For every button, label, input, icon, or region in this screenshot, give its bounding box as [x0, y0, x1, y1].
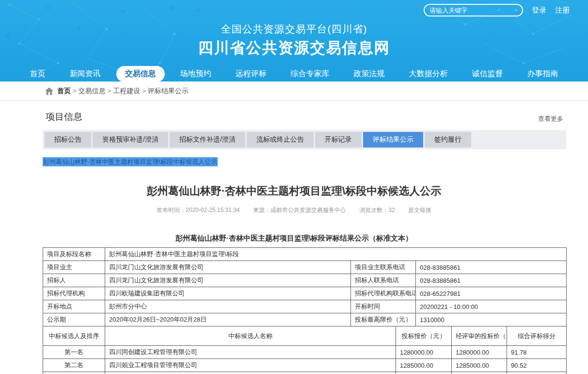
table-row: 招标人 四川龙门山文化旅游发展有限公司 招标人联系电话 028-83885861 — [43, 274, 567, 287]
page-title: 项目信息 — [46, 111, 82, 123]
row-label2: 开标时间 — [351, 300, 416, 313]
breadcrumb-home[interactable]: 首页 — [57, 87, 71, 96]
row-value: 四川龙门山文化旅游发展有限公司 — [105, 261, 351, 274]
table-row: 项目及标段名称 彭州葛仙山林野·杏林中医主题村项目监理\标段 — [43, 248, 567, 261]
table-row: 开标地点 彭州市分中心 开标时间 20200221 - 10:00:00 — [43, 300, 567, 313]
nav-item-integrity[interactable]: 诚信监督 — [463, 66, 512, 81]
publish-time: 发布时间：2020-02-25 15:31:34 — [157, 207, 239, 213]
tab-bid-opening-record[interactable]: 开标记录 — [315, 132, 362, 147]
main-nav: 首页 新闻资讯 交易信息 场地预约 远程评标 综合专家库 政策法规 大数据分析 … — [0, 66, 588, 81]
search-icon[interactable] — [515, 6, 517, 15]
table-row: 公示期 2020年02月26日~2020年02月28日 投标最高限价（元） 13… — [43, 313, 567, 326]
tab-bid-document-addendum[interactable]: 招标文件补遗/澄清 — [170, 132, 245, 147]
nav-item-home[interactable]: 首页 — [21, 66, 54, 81]
breadcrumb-separator: > — [73, 87, 77, 95]
candidate-bid: 1285000.00 — [396, 359, 452, 372]
row-label: 项目业主 — [43, 261, 105, 274]
login-link[interactable]: 登录 — [532, 6, 546, 15]
original-link[interactable]: 原文链接 — [408, 207, 431, 213]
candidate-reviewed-bid: 1285000.00 — [452, 359, 507, 372]
article-title: 彭州葛仙山林野·杏林中医主题村项目监理\标段中标候选人公示 — [0, 184, 588, 198]
row-value: 四川龙门山文化旅游发展有限公司 — [105, 274, 351, 287]
tab-failed-or-terminated[interactable]: 流标或终止公告 — [247, 132, 314, 147]
nav-item-news[interactable]: 新闻资讯 — [61, 66, 110, 81]
breadcrumb-separator: > — [142, 87, 146, 95]
table-row: 招标代理机构 四川欧瑞建设集团有限公司 招标代理机构联系电话 028-65227… — [43, 287, 567, 300]
row-label2: 招标人联系电话 — [351, 274, 416, 287]
view-more-link[interactable]: 查看更多 — [538, 114, 563, 123]
search-input[interactable] — [429, 7, 515, 14]
candidate-rank: 第三名 — [43, 372, 105, 374]
row-label2: 项目业主联系电话 — [351, 261, 416, 274]
nav-item-trade-info[interactable]: 交易信息 — [116, 66, 165, 81]
candidate-header-row: 中标候选人及排序 中标候选人名称 投标报价（元） 经评审的投标价（元） 综合评标… — [43, 326, 567, 346]
search-box[interactable] — [424, 4, 523, 16]
row-value2: 1310000 — [416, 313, 567, 326]
row-label: 公示期 — [43, 313, 105, 326]
announcement-list: 彭州葛仙山林野·杏林中医主题村项目监理\标段中标候选人公示 — [43, 157, 566, 166]
candidate-bid: 1280000.00 — [396, 346, 452, 359]
candidate-rank: 第二名 — [43, 359, 105, 372]
view-count: 浏览次数：32 — [359, 207, 395, 213]
site-title: 四川省公共资源交易信息网 — [0, 38, 588, 58]
project-tabs: 招标公告 资格预审补遗/澄清 招标文件补遗/澄清 流标或终止公告 开标记录 评标… — [43, 130, 566, 149]
candidate-name: 四川兢业工程项目管理有限公司 — [105, 359, 396, 372]
breadcrumb: 首页 > 交易信息 > 工程建设 > 评标结果公示 — [0, 81, 588, 101]
content-area: 项目信息 查看更多 招标公告 资格预审补遗/澄清 招标文件补遗/澄清 流标或终止… — [43, 101, 566, 166]
row-value: 彭州市分中心 — [105, 300, 351, 313]
table-row: 项目业主 四川龙门山文化旅游发展有限公司 项目业主联系电话 028-838858… — [43, 261, 567, 274]
row-label: 开标地点 — [43, 300, 105, 313]
breadcrumb-trade-info[interactable]: 交易信息 — [79, 87, 106, 96]
row-value2: 028-83885861 — [416, 274, 567, 287]
row-value: 彭州葛仙山林野·杏林中医主题村项目监理\标段 — [105, 248, 567, 261]
candidate-name: 四川同创建设工程管理有限公司 — [105, 346, 396, 359]
row-value2: 028-83885861 — [416, 261, 567, 274]
nav-item-policy[interactable]: 政策法规 — [345, 66, 394, 81]
project-section-head: 项目信息 查看更多 — [43, 101, 566, 130]
nav-item-service-guide[interactable]: 办事指南 — [519, 66, 567, 81]
col-header-rank: 中标候选人及排序 — [43, 326, 105, 346]
col-header-bid: 投标报价（元） — [396, 326, 452, 346]
row-value2: 028-65227981 — [416, 287, 567, 300]
breadcrumb-engineering[interactable]: 工程建设 — [113, 87, 140, 96]
tab-contract-performance[interactable]: 签约履行 — [425, 132, 471, 147]
row-value: 四川欧瑞建设集团有限公司 — [105, 287, 351, 300]
source: 来源：成都市公共资源交易服务中心 — [253, 207, 346, 213]
row-label: 项目及标段名称 — [43, 248, 105, 261]
result-table-wrap: 项目及标段名称 彭州葛仙山林野·杏林中医主题村项目监理\标段 项目业主 四川龙门… — [43, 247, 566, 374]
candidate-reviewed-bid: 1215025.00 — [452, 372, 507, 374]
row-label2: 投标最高限价（元） — [351, 313, 416, 326]
row-label: 招标代理机构 — [43, 287, 105, 300]
col-header-reviewed-bid: 经评审的投标价（元） — [452, 326, 507, 346]
row-value: 2020年02月26日~2020年02月28日 — [105, 313, 351, 326]
article-meta: 发布时间：2020-02-25 15:31:34 来源：成都市公共资源交易服务中… — [0, 206, 588, 214]
nav-item-bigdata[interactable]: 大数据分析 — [400, 66, 457, 81]
tab-prequalification-addendum[interactable]: 资格预审补遗/澄清 — [93, 132, 168, 147]
row-label: 招标人 — [43, 274, 105, 287]
platform-title: 全国公共资源交易平台(四川省) — [0, 22, 588, 36]
tab-evaluation-result[interactable]: 评标结果公示 — [363, 132, 423, 147]
candidate-name: 四川省蜀典工程监理有限责任公司 — [105, 372, 396, 374]
row-label2: 招标代理机构联系电话 — [351, 287, 416, 300]
home-icon[interactable] — [45, 87, 53, 95]
result-table-caption: 彭州葛仙山林野·杏林中医主题村项目监理\标段评标结果公示（标准文本） — [0, 234, 588, 243]
candidate-bid: 1215025.00 — [396, 372, 452, 374]
nav-item-expert-pool[interactable]: 综合专家库 — [282, 66, 338, 81]
row-value2: 20200221 - 10:00:00 — [416, 300, 567, 313]
col-header-score: 综合评标得分 — [507, 326, 567, 346]
breadcrumb-evaluation-result[interactable]: 评标结果公示 — [148, 87, 189, 96]
register-link[interactable]: 注册 — [555, 6, 570, 15]
tab-bid-announcement[interactable]: 招标公告 — [45, 132, 91, 147]
site-header: 登录 注册 全国公共资源交易平台(四川省) 四川省公共资源交易信息网 首页 新闻… — [0, 0, 588, 81]
breadcrumb-separator: > — [108, 87, 111, 95]
header-topbar: 登录 注册 — [424, 4, 570, 16]
candidate-score: 90.52 — [507, 359, 567, 372]
nav-item-remote-evaluation[interactable]: 远程评标 — [227, 66, 275, 81]
candidate-reviewed-bid: 1280000.00 — [452, 346, 507, 359]
nav-item-venue-booking[interactable]: 场地预约 — [172, 66, 220, 81]
col-header-name: 中标候选人名称 — [105, 326, 396, 346]
candidate-row: 第三名 四川省蜀典工程监理有限责任公司 1215025.00 1215025.0… — [43, 372, 567, 374]
candidate-row: 第二名 四川兢业工程项目管理有限公司 1285000.00 1285000.00… — [43, 359, 567, 372]
announcement-link-selected[interactable]: 彭州葛仙山林野·杏林中医主题村项目监理\标段中标候选人公示 — [43, 157, 218, 166]
candidate-rank: 第一名 — [43, 346, 105, 359]
